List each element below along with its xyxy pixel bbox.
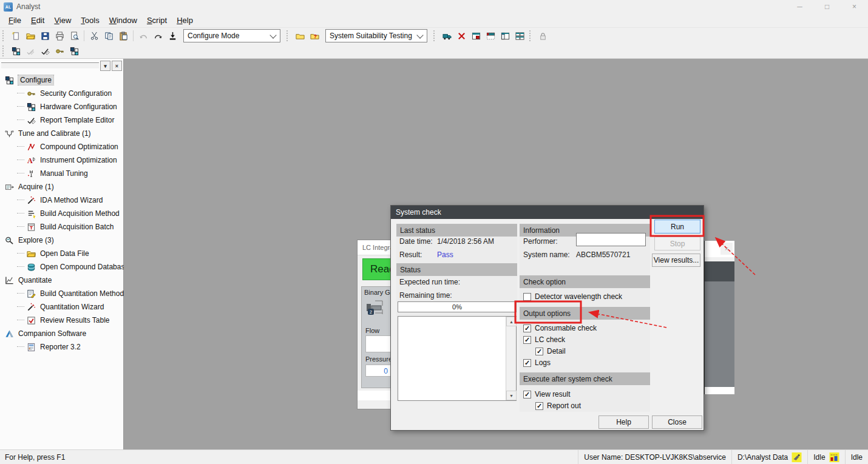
svg-text:?: ?	[313, 33, 316, 39]
menu-window[interactable]: Window	[104, 14, 142, 27]
checkbox-logs[interactable]: ✓Logs	[523, 358, 551, 368]
scroll-down-icon[interactable]: ▼	[506, 391, 517, 400]
checkbox-detector-wavelength-check[interactable]: Detector wavelength check	[523, 292, 622, 301]
security-lock-icon[interactable]	[535, 29, 550, 42]
checkbox-icon[interactable]: ✓	[535, 348, 543, 355]
run-button[interactable]: Run	[654, 220, 700, 234]
project-open-icon[interactable]	[293, 29, 307, 42]
performer-input[interactable]	[576, 233, 646, 246]
sidebar-item-security-configuration[interactable]: Security Configuration	[0, 87, 123, 100]
checkbox-icon[interactable]: ✓	[523, 359, 531, 367]
sidebar-slot	[1, 62, 99, 69]
sidebar-item-build-quantitation-method[interactable]: Build Quantitation Method	[0, 287, 123, 300]
tree-connector	[17, 119, 24, 121]
project-wizard-icon[interactable]: ?	[307, 29, 322, 42]
status-listbox[interactable]: ▲ ▼	[398, 316, 517, 401]
sidebar-item-report-template-editor[interactable]: Report Template Editor	[0, 113, 123, 127]
tree-connector	[17, 266, 24, 267]
print-preview-icon[interactable]	[67, 29, 81, 42]
sidebar-item-manual-tuning[interactable]: Manual Tuning	[0, 167, 123, 180]
sidebar-item-configure[interactable]: Configure	[0, 73, 123, 87]
delete-sample-icon[interactable]	[454, 29, 469, 42]
stop-button[interactable]: Stop	[654, 237, 700, 250]
checkbox-consumable-check[interactable]: ✓Consumable check	[523, 323, 597, 333]
dock-top-icon[interactable]	[483, 29, 498, 42]
checkbox-view-result[interactable]: ✓View result	[523, 389, 570, 399]
checkbox-icon[interactable]: ✓	[523, 324, 531, 332]
sidebar-item-acquire-1[interactable]: Acquire (1)	[0, 180, 123, 193]
sidebar-item-review-results-table[interactable]: Review Results Table	[0, 314, 123, 327]
sidebar-item-build-acquisition-batch[interactable]: Build Acquisition Batch	[0, 220, 123, 234]
dialog-title-bar[interactable]: System check	[391, 206, 704, 219]
print-icon[interactable]	[52, 29, 67, 42]
sidebar-item-tune-and-calibrate-1[interactable]: Tune and Calibrate (1)	[0, 127, 123, 140]
hardware-icon[interactable]	[8, 44, 23, 58]
sidebar-item-ida-method-wizard[interactable]: IDA Method Wizard	[0, 193, 123, 207]
disabled-report-icon[interactable]	[23, 44, 38, 58]
checkbox-detail[interactable]: ✓Detail	[535, 346, 566, 356]
listbox-scrollbar[interactable]: ▲ ▼	[506, 317, 516, 400]
menu-script[interactable]: Script	[142, 14, 172, 27]
hardware-status-icon[interactable]	[792, 452, 802, 462]
sidebar-item-reporter-3-2[interactable]: Reporter 3.2	[0, 340, 123, 354]
sidebar-item-build-acquisition-method[interactable]: Build Acquisition Method	[0, 207, 123, 220]
new-document-icon[interactable]	[8, 29, 23, 42]
remaining-time-label: Remaining time:	[399, 291, 452, 300]
project-combo[interactable]: System Suitability Testing DY2!	[325, 29, 427, 42]
menu-view[interactable]: View	[49, 14, 76, 27]
sidebar-dropdown-button[interactable]: ▾	[100, 61, 110, 71]
menu-help[interactable]: Help	[172, 14, 198, 27]
mode-combo[interactable]: Configure Mode	[183, 29, 280, 42]
help-button[interactable]: Help	[598, 415, 649, 429]
sidebar-item-companion-software[interactable]: Companion Software	[0, 327, 123, 340]
checkbox-icon[interactable]	[523, 293, 531, 301]
close-dialog-button[interactable]: Close	[652, 415, 702, 429]
cut-icon[interactable]	[87, 29, 101, 42]
background-window-header-band	[705, 261, 734, 281]
background-window-close-icon[interactable]: ×	[721, 243, 733, 255]
sidebar-close-button[interactable]: ×	[112, 61, 122, 71]
sidebar-item-quantitation-wizard[interactable]: Quantitation Wizard	[0, 300, 123, 314]
checkbox-icon[interactable]: ✓	[535, 402, 543, 410]
menu-edit[interactable]: Edit	[26, 14, 49, 27]
menu-tools[interactable]: Tools	[76, 14, 104, 27]
queue-status-icon[interactable]	[829, 452, 839, 462]
undo-icon[interactable]	[136, 29, 151, 42]
sidebar-item-quantitate[interactable]: Quantitate	[0, 274, 123, 287]
hardware-icon[interactable]	[67, 44, 81, 58]
tree-connector	[17, 200, 24, 201]
checkbox-icon[interactable]: ✓	[523, 336, 531, 344]
tree-connector	[17, 93, 24, 94]
close-button[interactable]: ×	[841, 0, 868, 13]
checkbox-lc-check[interactable]: ✓LC check	[523, 335, 565, 345]
copy-icon[interactable]	[101, 29, 116, 42]
checkbox-icon[interactable]: ✓	[523, 391, 531, 398]
lock-window-icon[interactable]	[469, 29, 483, 42]
dock-left-icon[interactable]	[498, 29, 512, 42]
scroll-up-icon[interactable]: ▲	[506, 317, 517, 326]
key-icon[interactable]	[52, 44, 67, 58]
quantitate-icon	[4, 275, 14, 285]
key-icon	[26, 89, 36, 98]
sidebar-item-open-data-file[interactable]: Open Data File	[0, 247, 123, 260]
import-icon[interactable]	[165, 29, 180, 42]
menu-file[interactable]: File	[4, 14, 26, 27]
submit-truck-icon[interactable]	[439, 29, 454, 42]
minimize-button[interactable]: ─	[786, 0, 813, 13]
sidebar-item-hardware-configuration[interactable]: Hardware Configuration	[0, 100, 123, 113]
open-folder-icon[interactable]	[23, 29, 38, 42]
maximize-button[interactable]: □	[813, 0, 841, 13]
date-time-value: 1/4/2018 2:56 AM	[437, 237, 494, 246]
tile-windows-icon[interactable]	[512, 29, 527, 42]
sidebar-item-compound-optimization[interactable]: Compound Optimization	[0, 140, 123, 153]
view-results-button[interactable]: View results...	[652, 254, 700, 267]
paste-icon[interactable]	[116, 29, 131, 42]
save-icon[interactable]	[38, 29, 52, 42]
redo-icon[interactable]	[151, 29, 165, 42]
sidebar-item-instrument-optimization[interactable]: AInstrument Optimization	[0, 153, 123, 167]
report-template-icon[interactable]	[38, 44, 52, 58]
explore-icon	[4, 235, 14, 245]
sidebar-item-open-compound-database[interactable]: Open Compound Database	[0, 260, 123, 274]
checkbox-report-out[interactable]: ✓Report out	[535, 401, 581, 411]
sidebar-item-explore-3[interactable]: Explore (3)	[0, 234, 123, 247]
